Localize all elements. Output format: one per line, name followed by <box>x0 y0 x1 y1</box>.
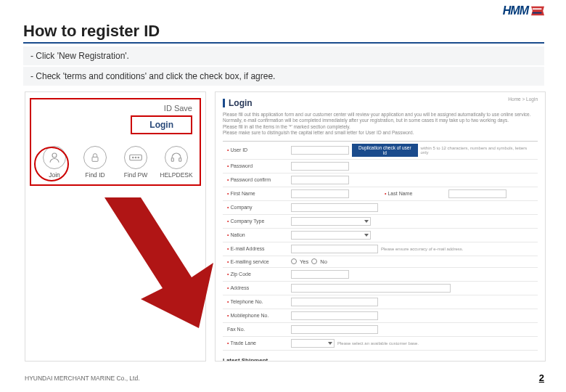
login-card: ID Save Login Join Find ID Find PW <box>30 98 201 186</box>
last-name-input[interactable] <box>448 189 506 198</box>
email-input[interactable] <box>291 245 378 253</box>
find-pw-label: Find PW <box>115 171 156 179</box>
latest-shipment-title: Latest Shipment <box>223 354 538 362</box>
form-note: Please fill out this application form an… <box>223 112 538 136</box>
breadcrumb: Home > Login <box>508 97 538 102</box>
form-grid: •User IDDuplication check of user idwith… <box>223 141 538 351</box>
page-title: How to register ID <box>23 22 160 41</box>
fax-input[interactable] <box>291 325 378 334</box>
find-id-item[interactable]: Find ID <box>75 146 115 179</box>
form-heading: Login <box>229 98 253 108</box>
page-number: 2 <box>539 372 544 383</box>
brand-logo: HMM <box>503 4 544 17</box>
svg-rect-3 <box>92 157 98 161</box>
company-type-select[interactable] <box>291 217 371 226</box>
lock-icon <box>83 146 107 169</box>
emailing-yes-radio[interactable] <box>291 258 297 264</box>
helpdesk-item[interactable]: HELPDESK <box>156 146 197 179</box>
red-arrow-icon <box>97 197 228 328</box>
emailing-no-radio[interactable] <box>311 258 317 264</box>
svg-marker-10 <box>104 197 213 328</box>
footer-company: HYUNDAI MERCHANT MARINE Co., Ltd. <box>25 375 140 382</box>
company-input[interactable] <box>291 203 378 212</box>
header-bar <box>223 99 225 107</box>
instruction-1: - Click 'New Registration'. <box>23 46 544 65</box>
svg-rect-8 <box>171 158 173 162</box>
svg-rect-1 <box>533 12 542 14</box>
instructions: - Click 'New Registration'. - Check 'ter… <box>23 46 544 87</box>
first-name-input[interactable] <box>291 189 349 198</box>
title-underline <box>23 42 544 44</box>
join-highlight-circle <box>34 147 69 181</box>
zip-input[interactable] <box>291 270 349 279</box>
password-icon <box>124 146 147 169</box>
password-input[interactable] <box>291 162 349 171</box>
password-confirm-input[interactable] <box>291 176 349 184</box>
trade-select[interactable] <box>291 339 335 348</box>
id-save-label: ID Save <box>31 99 200 115</box>
svg-rect-0 <box>533 8 542 9</box>
logo-shield-icon <box>531 6 544 16</box>
find-id-label: Find ID <box>75 171 115 179</box>
svg-point-7 <box>138 157 139 158</box>
mobile-input[interactable] <box>291 311 378 320</box>
dup-check-button[interactable]: Duplication check of user id <box>352 144 418 157</box>
svg-rect-9 <box>179 158 181 162</box>
headset-icon <box>165 146 188 169</box>
find-pw-item[interactable]: Find PW <box>115 146 156 179</box>
svg-point-6 <box>135 157 136 158</box>
address-input[interactable] <box>291 284 451 293</box>
svg-point-5 <box>133 157 134 158</box>
tel-input[interactable] <box>291 298 378 306</box>
form-header: Login <box>223 98 538 108</box>
logo-text: HMM <box>503 4 528 17</box>
helpdesk-label: HELPDESK <box>156 171 197 179</box>
user-id-input[interactable] <box>291 146 349 155</box>
nation-select[interactable] <box>291 231 371 240</box>
instruction-2: - Check 'terms and conditions' and click… <box>23 67 544 86</box>
login-button[interactable]: Login <box>131 115 192 134</box>
registration-panel: Home > Login Login Please fill out this … <box>215 91 546 362</box>
